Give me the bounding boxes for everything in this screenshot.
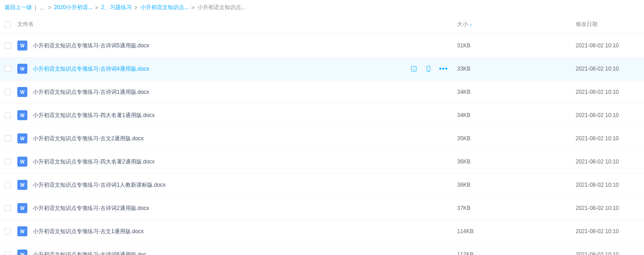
file-date: 2021-08-02 10:10 [576, 135, 619, 142]
table-row[interactable]: W小升初语文知识点专项练习-古诗词1通用版.docx34KB2021-08-02… [0, 81, 644, 104]
table-row[interactable]: W小升初语文知识点专项练习-四大名著1通用版.docx34KB2021-08-0… [0, 104, 644, 127]
row-checkbox[interactable] [5, 42, 11, 49]
file-name[interactable]: 小升初语文知识点专项练习-古诗词1通用版.docx [33, 88, 149, 96]
file-name[interactable]: 小升初语文知识点专项练习-古诗词5通用版.docx [33, 42, 149, 50]
file-size: 117KB [457, 251, 474, 255]
word-file-icon: W [17, 133, 27, 143]
file-size: 36KB [457, 158, 470, 165]
svg-rect-0 [412, 66, 417, 71]
breadcrumb-separator: | [35, 5, 36, 11]
file-size: 35KB [457, 135, 470, 142]
word-file-icon: W [17, 110, 27, 120]
row-checkbox[interactable] [5, 205, 11, 211]
breadcrumb-link-0[interactable]: 2020小升初语... [54, 4, 93, 11]
sort-ascending-icon: ↑ [470, 22, 473, 27]
table-row[interactable]: W小升初语文知识点专项练习-古文1通用版.docx114KB2021-08-02… [0, 220, 644, 243]
file-name[interactable]: 小升初语文知识点专项练习-古诗词6通用版.doc [33, 251, 146, 255]
row-checkbox[interactable] [5, 158, 11, 165]
file-date: 2021-08-02 10:10 [576, 112, 619, 118]
more-icon[interactable]: ••• [439, 65, 448, 73]
file-size: 34KB [457, 89, 470, 95]
file-date: 2021-08-02 10:10 [576, 182, 619, 188]
row-actions: ••• [410, 65, 448, 73]
file-name[interactable]: 小升初语文知识点专项练习-古文1通用版.docx [33, 228, 144, 235]
file-name[interactable]: 小升初语文知识点专项练习-古文2通用版.docx [33, 135, 144, 143]
file-date: 2021-08-02 10:10 [576, 66, 619, 72]
mobile-icon[interactable] [424, 65, 433, 73]
file-name[interactable]: 小升初语文知识点专项练习-古诗词4通用版.docx [33, 65, 149, 73]
file-date: 2021-08-02 10:10 [576, 42, 619, 49]
row-checkbox[interactable] [5, 135, 11, 142]
file-size: 34KB [457, 112, 470, 118]
table-row[interactable]: W小升初语文知识点专项练习-四大名著2通用版.docx36KB2021-08-0… [0, 150, 644, 173]
word-file-icon: W [17, 87, 27, 97]
breadcrumb-ellipsis: ... [40, 5, 44, 11]
breadcrumb-link-2[interactable]: 小升初语文知识点... [140, 4, 189, 11]
row-checkbox[interactable] [5, 228, 11, 235]
breadcrumb-back[interactable]: 返回上一级 [5, 4, 32, 11]
breadcrumb-chevron: > [134, 5, 138, 11]
breadcrumb-link-1[interactable]: 2、习题练习 [101, 4, 132, 11]
table-row[interactable]: W小升初语文知识点专项练习-古文2通用版.docx35KB2021-08-02 … [0, 127, 644, 150]
table-row[interactable]: W小升初语文知识点专项练习-古诗词2通用版.docx37KB2021-08-02… [0, 197, 644, 220]
file-date: 2021-08-02 10:10 [576, 228, 619, 235]
select-all-checkbox[interactable] [5, 21, 11, 28]
column-size-header[interactable]: 大小 [457, 20, 468, 28]
file-name[interactable]: 小升初语文知识点专项练习-四大名著1通用版.docx [33, 112, 155, 119]
file-size: 114KB [457, 228, 474, 235]
word-file-icon: W [17, 250, 27, 255]
file-list: W小升初语文知识点专项练习-古诗词5通用版.docx31KB2021-08-02… [0, 34, 644, 255]
file-date: 2021-08-02 10:10 [576, 251, 619, 255]
word-file-icon: W [17, 203, 27, 213]
word-file-icon: W [17, 64, 27, 74]
edit-icon[interactable] [410, 65, 418, 73]
file-name[interactable]: 小升初语文知识点专项练习-四大名著2通用版.docx [33, 158, 155, 166]
row-checkbox[interactable] [5, 182, 11, 188]
breadcrumb-chevron: > [48, 5, 51, 11]
column-name-header[interactable]: 文件名 [17, 20, 34, 28]
table-header: 文件名 大小 ↑ 修改日期 [0, 15, 644, 34]
column-date-header[interactable]: 修改日期 [576, 21, 598, 27]
file-name[interactable]: 小升初语文知识点专项练习-古诗词2通用版.docx [33, 204, 149, 212]
file-name[interactable]: 小升初语文知识点专项练习-古诗词1人教新课标版.docx [33, 181, 165, 189]
file-size: 31KB [457, 42, 470, 49]
word-file-icon: W [17, 226, 27, 236]
breadcrumb: 返回上一级 | ... > 2020小升初语... > 2、习题练习 > 小升初… [0, 0, 644, 15]
table-row[interactable]: W小升初语文知识点专项练习-古诗词4通用版.docx•••33KB2021-08… [0, 57, 644, 81]
file-size: 37KB [457, 205, 470, 211]
word-file-icon: W [17, 41, 27, 51]
word-file-icon: W [17, 157, 27, 167]
word-file-icon: W [17, 180, 27, 190]
row-checkbox[interactable] [5, 66, 11, 72]
breadcrumb-current: 小升初语文知识点... [197, 4, 246, 11]
file-date: 2021-08-02 10:10 [576, 205, 619, 211]
file-date: 2021-08-02 10:10 [576, 89, 619, 95]
breadcrumb-chevron: > [191, 5, 195, 11]
table-row[interactable]: W小升初语文知识点专项练习-古诗词1人教新课标版.docx36KB2021-08… [0, 173, 644, 197]
file-size: 33KB [457, 66, 470, 72]
table-row[interactable]: W小升初语文知识点专项练习-古诗词5通用版.docx31KB2021-08-02… [0, 34, 644, 57]
breadcrumb-chevron: > [95, 5, 98, 11]
file-size: 36KB [457, 182, 470, 188]
row-checkbox[interactable] [5, 112, 11, 118]
file-date: 2021-08-02 10:10 [576, 158, 619, 165]
row-checkbox[interactable] [5, 89, 11, 95]
row-checkbox[interactable] [5, 251, 11, 255]
table-row[interactable]: W小升初语文知识点专项练习-古诗词6通用版.doc117KB2021-08-02… [0, 243, 644, 255]
